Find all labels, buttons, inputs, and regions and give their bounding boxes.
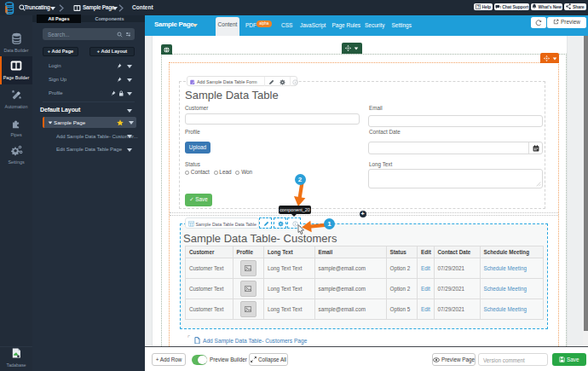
svg-text:?: ? — [477, 4, 480, 9]
